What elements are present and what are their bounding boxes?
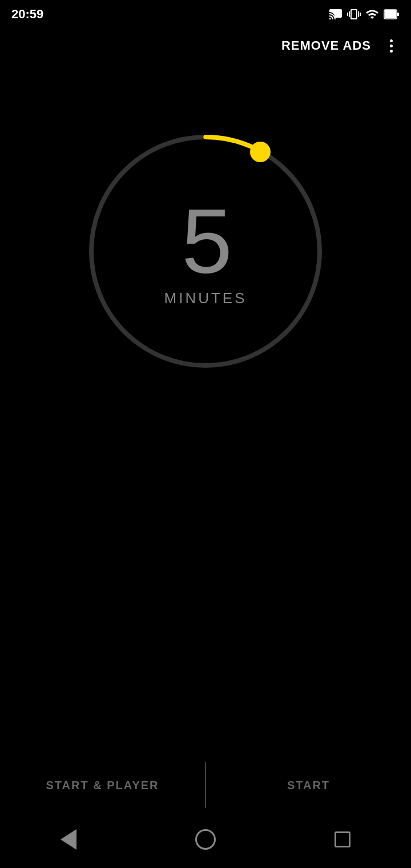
navigation-bar xyxy=(0,817,411,868)
more-options-button[interactable] xyxy=(382,39,400,53)
svg-rect-1 xyxy=(397,13,399,16)
timer-unit: MINUTES xyxy=(164,290,247,307)
bottom-buttons: START & PLAYER START xyxy=(0,760,411,811)
status-bar: 20:59 xyxy=(0,0,411,29)
start-and-player-button[interactable]: START & PLAYER xyxy=(0,760,205,811)
remove-ads-button[interactable]: REMOVE ADS xyxy=(281,38,371,53)
home-icon xyxy=(195,829,216,850)
status-icons xyxy=(329,7,400,21)
recent-nav-button[interactable] xyxy=(320,822,365,857)
status-time: 20:59 xyxy=(11,7,43,22)
home-nav-button[interactable] xyxy=(183,822,228,857)
wifi-icon xyxy=(365,7,379,21)
svg-rect-2 xyxy=(385,10,396,18)
timer-value: 5 xyxy=(164,195,247,287)
timer-display: 5 MINUTES xyxy=(164,195,247,307)
start-button[interactable]: START xyxy=(206,760,411,811)
recent-icon xyxy=(335,831,350,847)
timer-container: 5 MINUTES xyxy=(0,120,411,383)
back-icon xyxy=(61,829,76,850)
dot-1 xyxy=(390,39,393,42)
vibrate-icon xyxy=(347,7,361,21)
top-bar: REMOVE ADS xyxy=(0,29,411,63)
timer-knob xyxy=(250,142,271,162)
battery-icon xyxy=(384,7,400,21)
back-nav-button[interactable] xyxy=(46,822,91,857)
dot-3 xyxy=(390,50,393,53)
cast-icon xyxy=(329,7,342,21)
timer-dial[interactable]: 5 MINUTES xyxy=(74,120,337,383)
dot-2 xyxy=(390,45,393,47)
